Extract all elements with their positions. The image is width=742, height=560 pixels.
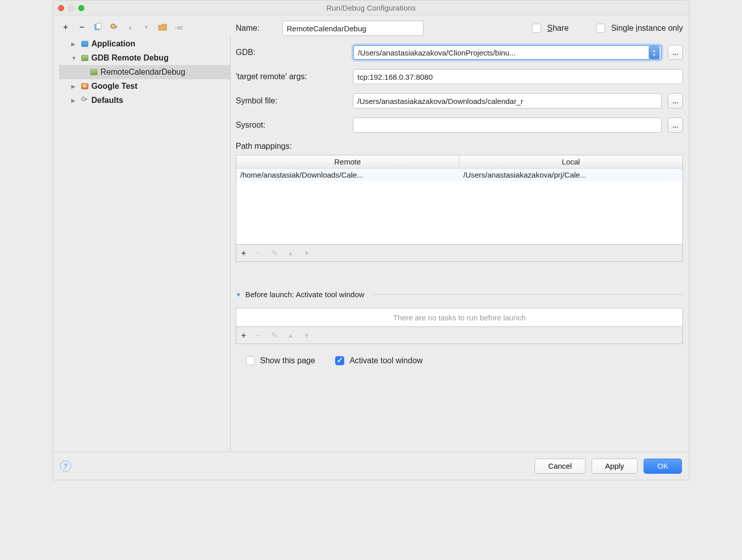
sysroot-browse-button[interactable]: ... xyxy=(668,118,683,133)
cancel-button[interactable]: Cancel xyxy=(535,459,586,474)
move-up-task-icon[interactable]: ▲ xyxy=(288,332,294,339)
remove-mapping-icon[interactable]: − xyxy=(256,249,260,258)
dialog-footer: ? Cancel Apply OK xyxy=(53,452,689,480)
titlebar: Run/Debug Configurations xyxy=(53,1,689,16)
target-remote-row: 'target remote' args: xyxy=(236,69,683,84)
target-remote-label: 'target remote' args: xyxy=(236,72,347,81)
tasks-toolbar: + − ✎ ▲ ▼ xyxy=(236,327,683,344)
settings-icon[interactable] xyxy=(110,23,119,32)
before-launch-label: Before launch: Activate tool window xyxy=(245,290,364,299)
add-icon[interactable]: + xyxy=(61,23,70,32)
gdb-select-value: /Users/anastasiakazakova/ClionProjects/b… xyxy=(358,48,516,57)
apply-button[interactable]: Apply xyxy=(592,459,638,474)
single-instance-checkbox[interactable] xyxy=(596,24,605,33)
path-mappings-label: Path mappings: xyxy=(236,142,683,151)
caret-down-icon: ▼ xyxy=(71,55,78,61)
gdb-select[interactable]: /Users/anastasiakazakova/ClionProjects/b… xyxy=(353,45,662,60)
cell-local: /Users/anastasiakazakova/prj/Cale... xyxy=(459,169,682,181)
add-task-icon[interactable]: + xyxy=(241,331,246,340)
symbol-file-row: Symbol file: ... xyxy=(236,93,683,108)
help-button[interactable]: ? xyxy=(60,461,71,472)
path-mappings-section: Path mappings: Remote Local /home/anasta… xyxy=(236,142,683,262)
caret-right-icon: ▶ xyxy=(71,83,78,90)
sysroot-label: Sysroot: xyxy=(236,121,347,130)
caret-right-icon: ▶ xyxy=(71,41,78,47)
ok-button[interactable]: OK xyxy=(644,459,682,474)
window-title: Run/Debug Configurations xyxy=(53,4,689,12)
symbol-file-browse-button[interactable]: ... xyxy=(668,93,683,108)
edit-task-icon[interactable]: ✎ xyxy=(271,330,278,340)
before-launch-tasks: There are no tasks to run before launch xyxy=(236,308,683,327)
configurations-tree: ▶ Application ▼ GDB Remote Debug RemoteC… xyxy=(59,35,231,452)
show-this-page-checkbox[interactable] xyxy=(246,356,255,365)
svg-rect-1 xyxy=(96,23,101,29)
name-input[interactable] xyxy=(282,21,423,36)
move-up-icon[interactable]: ▲ xyxy=(126,23,135,32)
sysroot-input[interactable] xyxy=(353,118,662,133)
move-down-icon[interactable]: ▼ xyxy=(142,23,151,32)
google-test-icon xyxy=(81,83,88,89)
name-row: Name: Share Single instance only xyxy=(236,21,683,36)
sidebar: + − ▲ ▼ ↓az ▶ Application xyxy=(59,20,231,452)
tree-node-defaults[interactable]: ▶ Defaults xyxy=(59,93,230,107)
separator-line xyxy=(373,294,683,295)
tree-node-gdb-remote[interactable]: ▼ GDB Remote Debug xyxy=(59,51,230,65)
before-launch-header[interactable]: ▼ Before launch: Activate tool window xyxy=(236,290,683,299)
column-header-remote[interactable]: Remote xyxy=(236,155,459,169)
copy-icon[interactable] xyxy=(93,23,102,32)
move-up-mapping-icon[interactable]: ▲ xyxy=(288,250,294,257)
show-this-page-label: Show this page xyxy=(260,356,315,365)
tree-label: Google Test xyxy=(91,82,137,91)
symbol-file-input[interactable] xyxy=(353,93,662,108)
folder-icon[interactable] xyxy=(158,23,167,32)
wrench-icon xyxy=(80,96,89,105)
move-down-mapping-icon[interactable]: ▼ xyxy=(304,250,310,257)
activate-tool-window-label: Activate tool window xyxy=(349,356,422,365)
add-mapping-icon[interactable]: + xyxy=(241,249,246,258)
symbol-file-label: Symbol file: xyxy=(236,96,347,105)
gdb-config-icon xyxy=(90,69,97,75)
tree-label: RemoteCalendarDebug xyxy=(100,68,185,77)
share-label: Share xyxy=(547,24,569,33)
remove-icon[interactable]: − xyxy=(77,23,86,32)
sidebar-toolbar: + − ▲ ▼ ↓az xyxy=(59,20,231,35)
mappings-toolbar: + − ✎ ▲ ▼ xyxy=(236,245,683,262)
gdb-row: GDB: /Users/anastasiakazakova/ClionProje… xyxy=(236,45,683,60)
configuration-form: Name: Share Single instance only GDB: /U… xyxy=(236,20,683,452)
application-icon xyxy=(81,41,88,47)
column-header-local[interactable]: Local xyxy=(459,155,682,169)
dialog-window: Run/Debug Configurations + − ▲ ▼ ↓az xyxy=(52,0,690,480)
table-row[interactable]: /home/anastasiak/Downloads/Cale... /User… xyxy=(236,169,682,181)
svg-point-5 xyxy=(83,98,84,100)
path-mappings-table: Remote Local /home/anastasiak/Downloads/… xyxy=(236,155,683,245)
share-checkbox[interactable] xyxy=(532,24,541,33)
gdb-label: GDB: xyxy=(236,48,347,57)
svg-point-3 xyxy=(113,26,114,27)
triangle-down-icon: ▼ xyxy=(236,292,241,298)
tree-node-google-test[interactable]: ▶ Google Test xyxy=(59,79,230,93)
tree-node-application[interactable]: ▶ Application xyxy=(59,37,230,51)
remove-task-icon[interactable]: − xyxy=(256,331,260,340)
tree-label: GDB Remote Debug xyxy=(91,53,169,63)
activate-tool-window-checkbox[interactable] xyxy=(335,356,344,365)
move-down-task-icon[interactable]: ▼ xyxy=(304,332,310,339)
tree-label: Defaults xyxy=(91,96,123,105)
caret-right-icon: ▶ xyxy=(71,97,78,104)
no-tasks-text: There are no tasks to run before launch xyxy=(393,313,526,322)
tree-label: Application xyxy=(91,39,135,48)
gdb-browse-button[interactable]: ... xyxy=(668,45,683,60)
gdb-icon xyxy=(81,55,88,61)
edit-mapping-icon[interactable]: ✎ xyxy=(271,248,278,258)
sort-icon[interactable]: ↓az xyxy=(174,23,183,32)
target-remote-input[interactable] xyxy=(353,69,683,84)
sysroot-row: Sysroot: ... xyxy=(236,118,683,133)
name-label: Name: xyxy=(236,24,276,33)
single-instance-label: Single instance only xyxy=(611,24,683,33)
tree-node-remote-calendar[interactable]: RemoteCalendarDebug xyxy=(59,65,230,79)
select-arrow-icon xyxy=(649,46,660,59)
cell-remote: /home/anastasiak/Downloads/Cale... xyxy=(236,169,459,181)
